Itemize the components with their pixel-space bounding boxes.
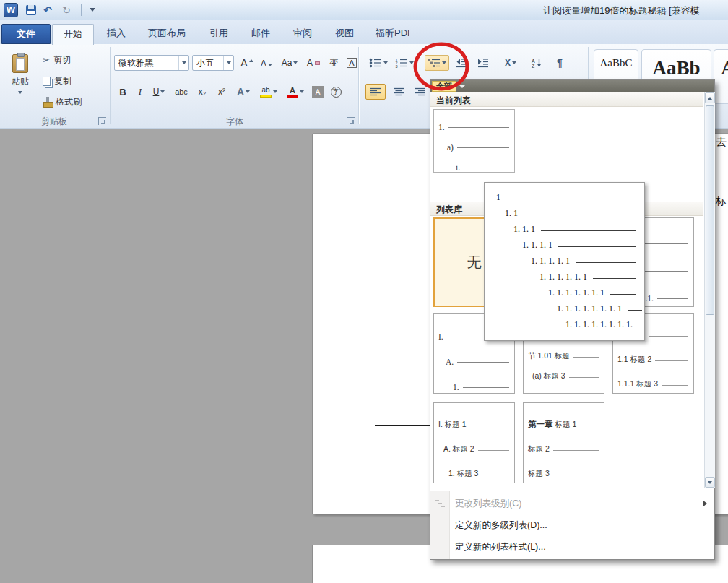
chevron-down-icon bbox=[273, 90, 277, 93]
up-triangle-icon bbox=[249, 59, 254, 62]
scroll-up-button[interactable] bbox=[705, 92, 715, 103]
style-card-3[interactable]: A bbox=[714, 49, 728, 104]
sort-button[interactable]: AZ bbox=[527, 55, 546, 71]
flyout-line: 1. 1. 1. 1. 1. 1. 1. 1. bbox=[485, 314, 644, 330]
align-right-icon bbox=[415, 87, 425, 96]
list-style-heading-chapter[interactable]: 第一章标题 1 标题 2 标题 3 bbox=[523, 402, 604, 483]
clipboard-icon bbox=[12, 54, 28, 73]
align-center-button[interactable] bbox=[389, 84, 409, 100]
tab-file[interactable]: 文件 bbox=[1, 24, 51, 44]
current-list-preview[interactable]: 1. a) i. bbox=[433, 109, 515, 173]
gallery-filter-bar: 全部 bbox=[430, 80, 714, 92]
font-color-button[interactable]: A bbox=[283, 84, 308, 100]
flyout-line: 1. 1 bbox=[485, 203, 644, 219]
paste-button[interactable]: 粘贴 bbox=[4, 49, 36, 111]
highlight-color-button[interactable]: ab bbox=[256, 84, 281, 100]
increase-indent-icon bbox=[477, 58, 489, 68]
current-list-section-label: 当前列表 bbox=[430, 92, 703, 107]
format-painter-icon bbox=[43, 97, 53, 108]
window-title: 让阅读量增加19倍的标题秘籍 [兼容模 bbox=[543, 4, 700, 17]
flyout-line: 1. 1. 1. 1. 1. 1. 1. 1 bbox=[485, 298, 644, 314]
list-marker: 1. bbox=[453, 383, 459, 392]
chevron-down-icon bbox=[160, 90, 165, 93]
tab-foxit-pdf[interactable]: 福昕PDF bbox=[368, 24, 420, 44]
paste-label: 粘贴 bbox=[12, 76, 29, 88]
chevron-down-icon[interactable] bbox=[223, 56, 233, 70]
tab-review[interactable]: 审阅 bbox=[285, 24, 321, 44]
font-size-combo[interactable]: 小五 bbox=[192, 55, 234, 71]
enclose-characters-button[interactable]: 字 bbox=[328, 84, 344, 100]
flyout-line: 1. 1. 1 bbox=[485, 219, 644, 235]
phonetic-guide-button[interactable]: 变 bbox=[325, 55, 342, 71]
superscript-button[interactable]: x² bbox=[213, 84, 230, 100]
list-marker: 1. bbox=[438, 123, 445, 131]
font-group-label: 字体 bbox=[111, 116, 358, 128]
chevron-down-icon bbox=[293, 61, 298, 64]
menu-define-list-style[interactable]: 定义新的列表样式(L)... bbox=[430, 537, 714, 557]
sort-icon: AZ bbox=[531, 58, 542, 68]
save-icon[interactable] bbox=[26, 5, 36, 15]
bold-button[interactable]: B bbox=[114, 84, 131, 100]
ribbon-tab-row: 文件 开始 插入 页面布局 引用 邮件 审阅 视图 福昕PDF bbox=[0, 20, 728, 44]
shrink-font-button[interactable]: A bbox=[258, 55, 275, 71]
eraser-icon bbox=[315, 61, 320, 65]
font-dialog-launcher[interactable] bbox=[347, 117, 355, 125]
numbering-button[interactable]: 123 bbox=[393, 55, 416, 71]
clipboard-dialog-launcher[interactable] bbox=[98, 117, 106, 125]
font-name-combo[interactable]: 微软雅黑 bbox=[114, 55, 189, 71]
flyout-line: 1. 1. 1. 1. 1 bbox=[485, 251, 644, 267]
character-shading-button[interactable]: A bbox=[310, 84, 326, 100]
decrease-indent-button[interactable] bbox=[452, 55, 471, 71]
italic-button[interactable]: I bbox=[134, 84, 147, 100]
dropdown-scrollbar[interactable] bbox=[704, 92, 715, 488]
word-logo-icon[interactable]: W bbox=[4, 3, 18, 17]
scrollbar-thumb[interactable] bbox=[706, 105, 714, 315]
tab-home[interactable]: 开始 bbox=[52, 24, 94, 45]
document-text-fragment: 去 bbox=[716, 135, 727, 149]
asian-layout-button[interactable]: X bbox=[498, 55, 523, 71]
list-preview-flyout: 1 1. 1 1. 1. 1 1. 1. 1. 1 1. 1. 1. 1. 1 … bbox=[484, 182, 645, 341]
qat-customize-chevron-icon[interactable] bbox=[90, 8, 95, 12]
align-right-button[interactable] bbox=[410, 84, 429, 100]
tab-insert[interactable]: 插入 bbox=[98, 24, 134, 44]
change-case-button[interactable]: Aa bbox=[277, 55, 302, 71]
strikethrough-button[interactable]: abc bbox=[171, 84, 191, 100]
redo-icon[interactable]: ↻ bbox=[59, 3, 74, 17]
tab-references[interactable]: 引用 bbox=[201, 24, 237, 44]
numbered-list-icon: 123 bbox=[395, 58, 408, 68]
menu-define-multilevel-list[interactable]: 定义新的多级列表(D)... bbox=[430, 515, 714, 535]
svg-text:3: 3 bbox=[396, 64, 398, 69]
list-style-heading-roman[interactable]: I. 标题 1 A. 标题 2 1. 标题 3 bbox=[433, 402, 515, 483]
chevron-down-icon bbox=[384, 61, 388, 64]
font-color-icon: A bbox=[287, 87, 298, 98]
character-border-button[interactable]: A bbox=[344, 55, 359, 71]
clear-formatting-button[interactable]: A bbox=[304, 55, 323, 71]
chevron-down-icon bbox=[442, 61, 446, 64]
align-center-icon bbox=[394, 87, 404, 96]
format-painter-button[interactable]: 格式刷 bbox=[42, 94, 104, 110]
tab-view[interactable]: 视图 bbox=[326, 24, 363, 44]
grow-font-button[interactable]: A bbox=[238, 55, 256, 71]
copy-icon bbox=[43, 77, 51, 86]
cut-button[interactable]: ✂ 剪切 bbox=[42, 52, 97, 68]
subscript-button[interactable]: x₂ bbox=[194, 84, 211, 100]
bullets-button[interactable] bbox=[367, 55, 390, 71]
chevron-down-icon[interactable] bbox=[178, 56, 188, 70]
text-effects-button[interactable]: A bbox=[233, 84, 254, 100]
show-hide-marks-button[interactable]: ¶ bbox=[550, 55, 569, 71]
scroll-down-button[interactable] bbox=[705, 477, 715, 488]
chevron-down-icon bbox=[246, 90, 250, 93]
group-separator bbox=[110, 47, 110, 124]
multilevel-list-button[interactable] bbox=[425, 55, 449, 71]
copy-button[interactable]: 复制 bbox=[42, 73, 97, 89]
undo-icon[interactable]: ↶ bbox=[40, 3, 55, 17]
tab-mailings[interactable]: 邮件 bbox=[243, 24, 279, 44]
list-marker: I. bbox=[438, 332, 443, 341]
tab-page-layout[interactable]: 页面布局 bbox=[139, 24, 195, 44]
flyout-line: 1. 1. 1. 1. 1. 1. 1 bbox=[485, 282, 644, 298]
underline-button[interactable]: U bbox=[149, 84, 169, 100]
align-left-button[interactable] bbox=[365, 84, 386, 100]
menu-separator bbox=[430, 491, 714, 491]
gallery-filter[interactable]: 全部 bbox=[432, 81, 456, 92]
increase-indent-button[interactable] bbox=[474, 55, 493, 71]
